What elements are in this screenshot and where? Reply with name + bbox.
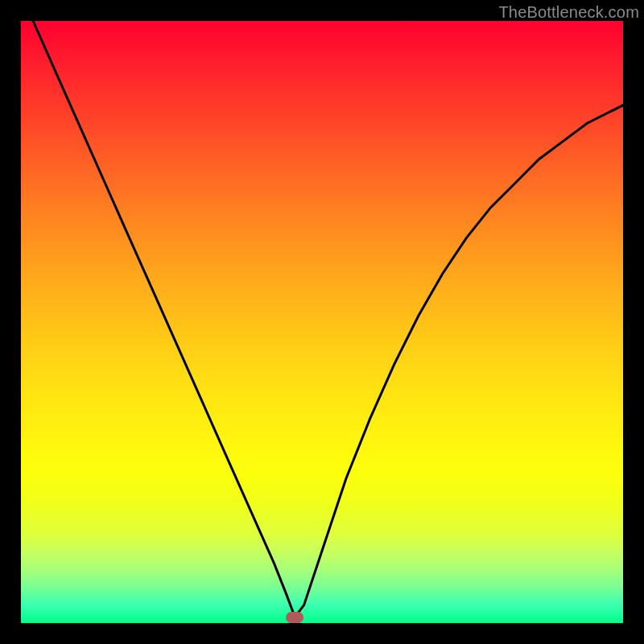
bottleneck-curve <box>21 21 623 623</box>
chart-canvas: TheBottleneck.com <box>0 0 644 644</box>
watermark-text: TheBottleneck.com <box>498 3 639 22</box>
optimal-point-marker <box>286 612 303 623</box>
plot-area <box>21 21 623 623</box>
